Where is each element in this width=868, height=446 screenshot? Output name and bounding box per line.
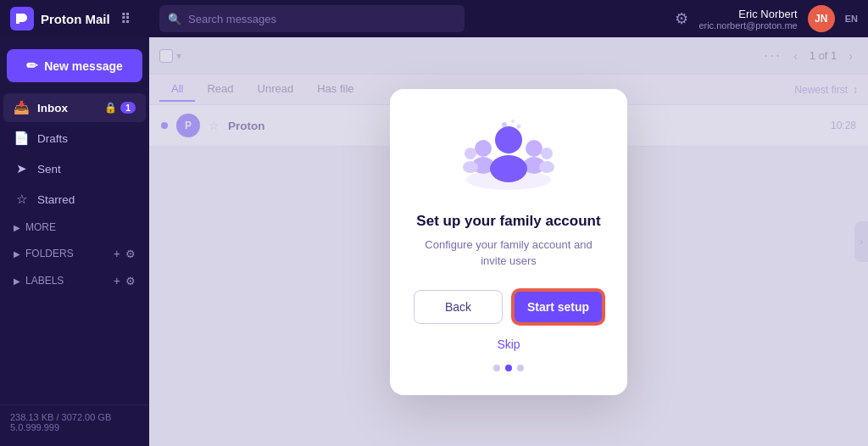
folder-settings-icon[interactable]: ⚙ (125, 248, 136, 260)
sidebar-more-label: MORE (25, 221, 56, 233)
sidebar-item-inbox[interactable]: 📥 Inbox 🔒 1 (3, 93, 146, 122)
proton-logo-icon (10, 7, 34, 31)
modal-title: Set up your family account (416, 213, 600, 230)
app-name: Proton Mail (41, 12, 110, 26)
user-name: Eric Norbert (698, 8, 797, 20)
svg-point-8 (463, 161, 478, 173)
add-label-icon[interactable]: + (114, 274, 120, 287)
modal-dot-1 (493, 365, 500, 371)
search-bar[interactable]: 🔍 (159, 5, 465, 32)
inbox-lock-icon: 🔒 (104, 102, 117, 114)
svg-point-3 (475, 140, 492, 157)
skip-button[interactable]: Skip (497, 337, 520, 351)
add-folder-icon[interactable]: + (114, 247, 120, 260)
user-email: eric.norbert@proton.me (698, 20, 797, 31)
sidebar-labels-label: LABELS (25, 275, 64, 287)
modal-dots (493, 365, 524, 371)
chevron-labels-icon: ▶ (14, 276, 20, 286)
svg-point-14 (511, 120, 515, 123)
svg-point-10 (539, 161, 554, 173)
inbox-right: 🔒 1 (104, 102, 136, 114)
chevron-folders-icon: ▶ (14, 249, 20, 259)
sidebar-footer: 238.13 KB / 3072.00 GB 5.0.999.999 (0, 404, 149, 439)
sidebar-section-folders[interactable]: ▶ FOLDERS + ⚙ (3, 242, 146, 265)
family-account-illustration (458, 116, 559, 192)
chevron-more-icon: ▶ (14, 223, 20, 232)
svg-point-9 (541, 148, 553, 159)
modal-subtitle: Configure your family account and invite… (414, 237, 604, 270)
svg-point-11 (495, 126, 522, 153)
inbox-icon: 📥 (14, 100, 29, 115)
svg-point-5 (526, 140, 542, 157)
top-header: Proton Mail ⠿ 🔍 ⚙ Eric Norbert eric.norb… (0, 0, 868, 37)
modal-overlay: Set up your family account Configure you… (149, 37, 868, 446)
sidebar-sent-label: Sent (37, 163, 61, 176)
inbox-badge: 1 (120, 102, 136, 114)
grid-icon[interactable]: ⠿ (120, 11, 131, 27)
new-message-label: New message (44, 59, 123, 73)
avatar[interactable]: JN (808, 5, 835, 32)
modal: Set up your family account Configure you… (390, 89, 627, 395)
svg-point-12 (490, 155, 527, 182)
sidebar-item-drafts[interactable]: 📄 Drafts (3, 124, 146, 153)
sidebar-item-starred[interactable]: ☆ Starred (3, 185, 146, 214)
sent-icon: ➤ (14, 161, 29, 176)
sidebar-folders-label: FOLDERS (25, 248, 74, 259)
svg-point-13 (502, 122, 507, 127)
start-setup-button[interactable]: Start setup (513, 290, 604, 324)
sidebar-starred-label: Starred (37, 193, 75, 206)
right-panel: ▾ ··· ‹ 1 of 1 › All Read Unread Has fil… (149, 37, 868, 446)
sidebar-item-sent[interactable]: ➤ Sent (3, 154, 146, 183)
back-button[interactable]: Back (414, 290, 503, 324)
version-info: 5.0.999.999 (10, 422, 139, 432)
new-message-button[interactable]: ✏ New message (7, 49, 142, 82)
svg-point-7 (465, 148, 476, 159)
user-info[interactable]: Eric Norbert eric.norbert@proton.me (698, 8, 797, 31)
sidebar-section-labels[interactable]: ▶ LABELS + ⚙ (3, 269, 146, 293)
sidebar-drafts-label: Drafts (37, 132, 68, 145)
svg-point-15 (517, 124, 521, 128)
svg-rect-1 (16, 19, 19, 24)
modal-dot-2 (505, 365, 512, 371)
main-area: ✏ New message 📥 Inbox 🔒 1 📄 Drafts ➤ Sen… (0, 37, 868, 446)
modal-dot-3 (517, 365, 524, 371)
label-settings-icon[interactable]: ⚙ (125, 275, 136, 287)
modal-buttons: Back Start setup (414, 290, 604, 324)
search-icon: 🔍 (168, 13, 181, 25)
storage-info: 238.13 KB / 3072.00 GB (10, 412, 139, 422)
lang-badge[interactable]: EN (845, 14, 858, 24)
logo-area: Proton Mail ⠿ (10, 7, 146, 31)
sidebar: ✏ New message 📥 Inbox 🔒 1 📄 Drafts ➤ Sen… (0, 37, 149, 446)
drafts-icon: 📄 (14, 131, 29, 146)
sidebar-inbox-label: Inbox (37, 102, 68, 114)
settings-icon[interactable]: ⚙ (675, 9, 688, 28)
sidebar-section-more[interactable]: ▶ MORE (3, 216, 146, 238)
header-right: ⚙ Eric Norbert eric.norbert@proton.me JN… (675, 5, 858, 32)
starred-icon: ☆ (14, 192, 29, 207)
compose-icon: ✏ (26, 58, 37, 74)
search-input[interactable] (188, 13, 456, 25)
